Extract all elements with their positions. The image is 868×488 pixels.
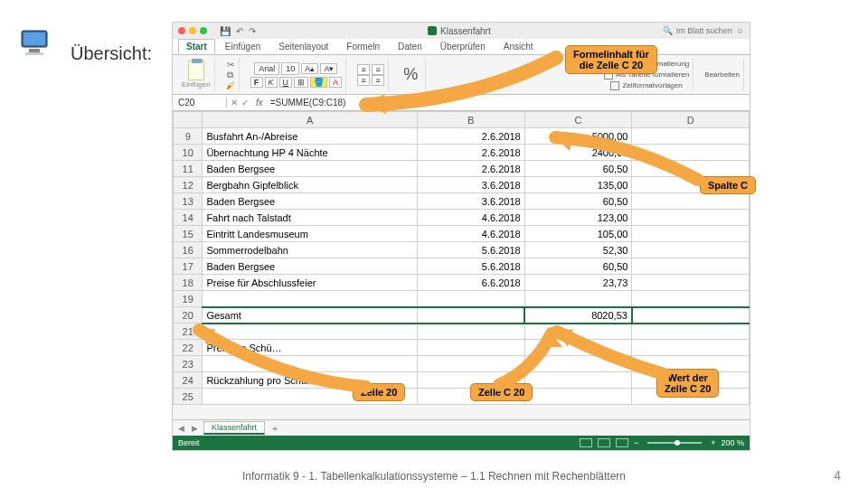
cell[interactable]: 60,50	[524, 193, 632, 210]
cell[interactable]: 5.6.2018	[417, 242, 524, 258]
row-header[interactable]: 10	[174, 145, 203, 161]
align-center-icon[interactable]: ≡	[372, 75, 384, 86]
underline-button[interactable]: U	[279, 77, 293, 88]
normal-view-icon[interactable]	[580, 438, 592, 447]
cell[interactable]	[203, 356, 418, 372]
cell[interactable]: 135,00	[524, 177, 632, 193]
tab-formeln[interactable]: Formeln	[338, 39, 388, 54]
cell[interactable]	[632, 161, 750, 177]
font-color-icon[interactable]: A	[329, 77, 342, 88]
border-icon[interactable]: ⊞	[294, 77, 308, 88]
row-header[interactable]: 22	[174, 340, 203, 356]
col-header-d[interactable]: D	[632, 112, 750, 128]
cell[interactable]	[524, 340, 632, 356]
cell[interactable]: 3.6.2018	[417, 177, 524, 193]
tab-daten[interactable]: Daten	[390, 39, 430, 54]
row-header[interactable]: 21	[174, 324, 203, 340]
tab-ueberpruefen[interactable]: Überprüfen	[432, 39, 494, 54]
cell[interactable]: 123,00	[524, 210, 632, 226]
row-header[interactable]: 25	[174, 389, 203, 405]
cell[interactable]	[632, 307, 750, 324]
search-placeholder[interactable]: Im Blatt suchen	[676, 26, 732, 35]
cancel-icon[interactable]: ✕	[231, 98, 238, 108]
italic-button[interactable]: K	[265, 77, 278, 88]
cell[interactable]	[203, 291, 418, 307]
zoom-level[interactable]: 200 %	[721, 438, 744, 447]
zoom-in-icon[interactable]: +	[711, 438, 715, 447]
cell[interactable]: Bergbahn Gipfelblick	[203, 177, 418, 193]
cell[interactable]	[524, 356, 632, 372]
row-header[interactable]: 24	[174, 372, 203, 389]
cell[interactable]: 4.6.2018	[417, 226, 524, 242]
cell[interactable]	[417, 291, 524, 307]
align-left-icon[interactable]: ≡	[357, 75, 370, 86]
cell[interactable]: 23,73	[524, 275, 632, 291]
row-header[interactable]: 18	[174, 275, 203, 291]
row-header[interactable]: 12	[174, 177, 203, 193]
row-header[interactable]: 20	[174, 307, 203, 324]
tab-start[interactable]: Start	[178, 39, 215, 54]
cell[interactable]	[632, 145, 750, 161]
row-header[interactable]: 15	[174, 226, 203, 242]
cell[interactable]: 52,30	[524, 242, 632, 258]
fill-color-icon[interactable]: 🪣	[310, 77, 327, 88]
formula-input[interactable]: =SUMME(C9:C18)	[267, 98, 750, 108]
cell[interactable]	[417, 356, 524, 372]
fx-icon[interactable]: fx	[252, 98, 267, 108]
cell[interactable]: 6.6.2018	[417, 275, 524, 291]
copy-icon[interactable]: ⧉	[227, 70, 233, 80]
cell[interactable]	[632, 226, 750, 242]
tab-ansicht[interactable]: Ansicht	[495, 39, 542, 54]
cell[interactable]: 3.6.2018	[417, 193, 524, 210]
cell[interactable]: 2.6.2018	[417, 128, 524, 145]
decrease-font-icon[interactable]: A▾	[320, 63, 337, 74]
font-size-select[interactable]: 10	[281, 62, 299, 75]
percent-icon[interactable]: %	[400, 65, 421, 84]
cell[interactable]	[524, 324, 632, 340]
cell[interactable]	[524, 372, 632, 389]
font-family-select[interactable]: Arial	[254, 62, 279, 75]
cell[interactable]	[417, 324, 524, 340]
sheet-tab[interactable]: Klassenfahrt	[203, 421, 265, 435]
cell[interactable]	[632, 242, 750, 258]
tab-einfuegen[interactable]: Einfügen	[217, 39, 269, 54]
minimize-icon[interactable]	[189, 27, 196, 34]
cell[interactable]: Gesamt	[203, 307, 418, 324]
row-header[interactable]: 23	[174, 356, 203, 372]
zoom-out-icon[interactable]: −	[634, 438, 638, 447]
cell[interactable]: 2.6.2018	[417, 161, 524, 177]
row-header[interactable]: 13	[174, 193, 203, 210]
add-sheet-icon[interactable]: +	[269, 423, 281, 434]
cell[interactable]: Fahrt nach Talstadt	[203, 210, 418, 226]
row-header[interactable]: 17	[174, 258, 203, 275]
increase-font-icon[interactable]: A▴	[301, 63, 318, 74]
cell-format-label[interactable]: Zellformatvorlagen	[622, 81, 682, 89]
page-break-view-icon[interactable]	[616, 438, 628, 447]
cut-icon[interactable]: ✂	[227, 60, 234, 70]
cell[interactable]: Preise für Abschlussfeier	[203, 275, 418, 291]
next-sheet-icon[interactable]: ▶	[190, 424, 200, 433]
row-header[interactable]: 9	[174, 128, 203, 145]
cell[interactable]	[524, 291, 632, 307]
cell[interactable]	[632, 210, 750, 226]
cell[interactable]	[417, 307, 524, 324]
user-icon[interactable]: ☺	[736, 26, 744, 35]
cell[interactable]	[632, 291, 750, 307]
row-header[interactable]: 11	[174, 161, 203, 177]
row-header[interactable]: 14	[174, 210, 203, 226]
cell[interactable]: 2.6.2018	[417, 145, 524, 161]
zoom-slider[interactable]	[647, 442, 702, 444]
cell[interactable]	[417, 340, 524, 356]
cell[interactable]: 4.6.2018	[417, 210, 524, 226]
cell[interactable]: 5000,00	[524, 128, 632, 145]
cell[interactable]	[632, 258, 750, 275]
cell[interactable]	[524, 389, 632, 405]
cell-format-icon[interactable]	[610, 81, 619, 90]
cell[interactable]: 105,00	[524, 226, 632, 242]
cell[interactable]: Eintritt Landesmuseum	[203, 226, 418, 242]
cell[interactable]: 8020,53	[524, 307, 632, 324]
cell[interactable]: Baden Bergsee	[203, 161, 418, 177]
cell[interactable]: Baden Bergsee	[203, 193, 418, 210]
align-mid-icon[interactable]: ≡	[372, 64, 384, 75]
row-header[interactable]: 19	[174, 291, 203, 307]
